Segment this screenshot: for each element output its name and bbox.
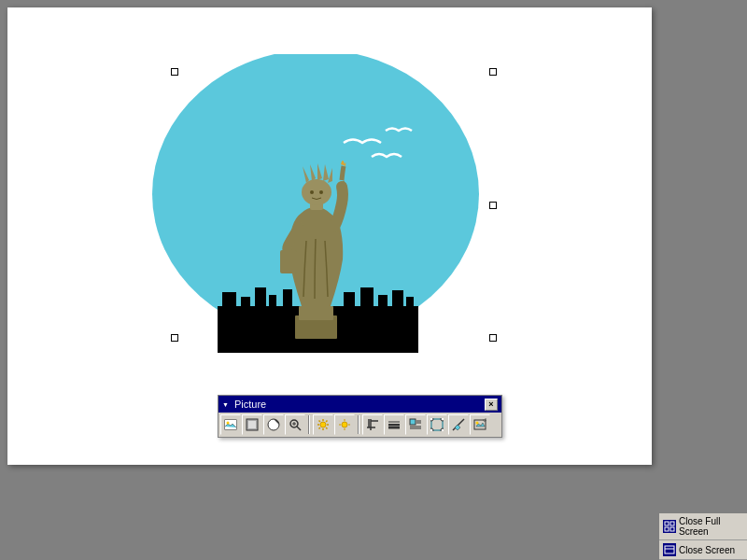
reset-picture-button[interactable]: ↺ [470,414,490,435]
svg-rect-67 [665,527,669,531]
svg-rect-2 [222,292,236,311]
text-wrap-button[interactable] [405,414,426,435]
statue-of-liberty-image [129,54,502,362]
svg-rect-13 [299,306,333,320]
separator-2 [358,415,359,434]
svg-rect-4 [255,287,266,311]
svg-line-37 [319,427,320,428]
toolbar-title-bar[interactable]: ▼ Picture × [218,396,501,413]
format-object-button[interactable] [427,414,447,435]
close-full-screen-label: Close Full Screen [679,516,743,537]
svg-rect-5 [269,295,276,311]
svg-rect-69 [665,546,674,553]
insert-picture-button[interactable] [220,414,241,435]
svg-point-29 [320,422,326,427]
svg-point-63 [476,422,479,425]
close-screen-label: Close Screen [679,545,735,555]
toolbar-close-button[interactable]: × [485,399,498,411]
close-full-screen-icon [663,520,676,533]
crop-button[interactable] [362,414,383,435]
svg-point-16 [302,179,331,205]
svg-rect-10 [392,290,403,311]
svg-line-35 [326,427,327,428]
close-buttons-panel: Close Full Screen Close Screen [658,512,747,560]
svg-point-60 [441,428,444,431]
svg-rect-14 [280,250,297,273]
svg-rect-50 [410,419,416,425]
svg-rect-65 [665,522,669,525]
auto-format-button[interactable] [263,414,284,435]
close-full-screen-button[interactable]: Close Full Screen [659,513,747,540]
close-screen-icon [663,543,676,556]
svg-rect-6 [283,289,292,311]
toolbar-dropdown-arrow: ▼ [222,401,229,408]
svg-rect-3 [241,297,250,311]
set-transparent-button[interactable] [448,414,469,435]
svg-rect-8 [360,287,374,311]
svg-rect-9 [378,295,388,311]
svg-point-57 [430,418,433,421]
svg-point-59 [430,428,433,431]
less-brightness-button[interactable] [334,414,355,435]
svg-rect-56 [431,419,443,430]
svg-text:↺: ↺ [483,418,486,423]
svg-rect-68 [670,527,674,531]
image-control-button[interactable] [242,414,262,435]
svg-point-38 [342,422,347,427]
svg-rect-55 [431,419,443,430]
svg-point-17 [310,190,314,194]
more-brightness-button[interactable] [313,414,333,435]
svg-point-21 [227,422,230,425]
document-canvas: ▼ Picture × [7,7,652,465]
line-style-button[interactable] [384,414,404,435]
toolbar-title-label: Picture [234,399,266,410]
separator-1 [308,415,310,434]
svg-rect-66 [670,522,674,525]
picture-toolbar: ▼ Picture × [218,395,502,438]
svg-line-34 [319,421,320,422]
toolbar-buttons-row: ↺ [218,413,501,437]
svg-line-26 [297,427,301,430]
svg-rect-23 [248,421,256,428]
svg-point-18 [319,190,323,194]
zoom-button[interactable] [285,414,305,435]
svg-rect-11 [406,297,414,311]
svg-line-36 [326,421,327,422]
svg-point-58 [441,418,444,421]
close-screen-button[interactable]: Close Screen [659,540,747,560]
svg-rect-7 [344,292,355,311]
